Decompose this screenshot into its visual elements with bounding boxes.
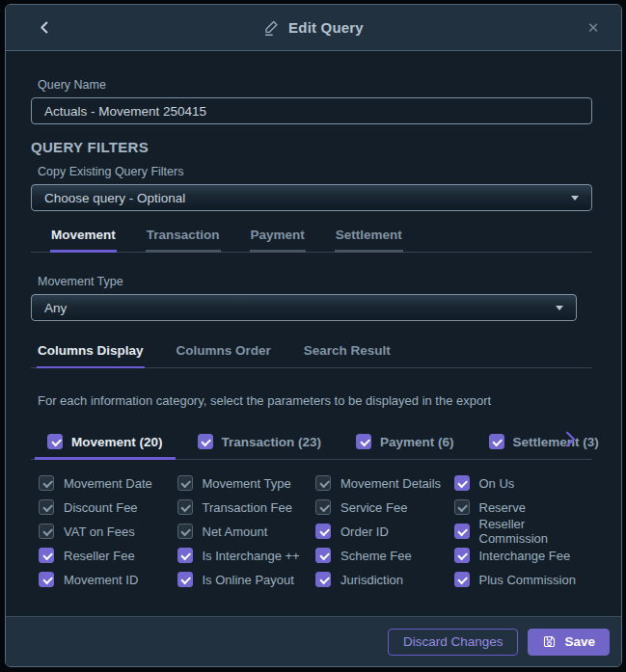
parameter-checkbox-item[interactable]: Transaction Fee (177, 499, 316, 515)
parameter-checkbox[interactable] (315, 524, 331, 539)
parameter-checkbox[interactable] (177, 499, 193, 515)
save-button[interactable]: Save (528, 629, 610, 656)
parameter-checkbox[interactable] (315, 548, 331, 563)
parameter-checkbox[interactable] (39, 475, 54, 491)
floppy-disk-icon (542, 634, 557, 649)
close-icon[interactable]: ✕ (583, 17, 604, 39)
category-checkbox[interactable] (198, 434, 213, 449)
parameter-label: Interchange Fee (479, 549, 571, 563)
save-label: Save (564, 634, 595, 649)
category-checkbox[interactable] (356, 434, 371, 449)
filter-tab-label: Settlement (336, 228, 402, 242)
parameter-label: Plus Commission (479, 573, 576, 587)
parameter-label: Order ID (340, 524, 389, 539)
parameter-checkbox-item[interactable]: Reserve (454, 499, 593, 515)
parameter-checkbox-item[interactable]: Movement Date (39, 475, 177, 491)
parameter-checkbox-item[interactable]: Interchange Fee (454, 548, 593, 563)
parameter-checkbox[interactable] (454, 572, 470, 587)
parameter-checkbox-item[interactable]: Movement ID (39, 572, 177, 587)
parameter-checkbox[interactable] (177, 524, 193, 539)
parameter-checkbox-item[interactable]: Scheme Fee (315, 548, 454, 563)
parameter-checkbox[interactable] (39, 524, 54, 539)
parameter-checkbox-item[interactable]: On Us (454, 475, 593, 491)
filter-tab-label: Payment (251, 228, 305, 242)
parameter-checkbox-item[interactable]: Movement Type (177, 475, 316, 491)
parameter-label: Reseller Fee (64, 549, 135, 563)
chevron-right-icon (564, 431, 577, 447)
edit-query-modal: Edit Query ✕ Query Name QUERY FILTERS Co… (5, 4, 622, 667)
parameters-grid: Movement Date Movement Type Movement Det… (39, 475, 592, 587)
category-label: Payment (6) (380, 435, 454, 449)
filter-category-tabs: Movement Transaction Payment Settlement (31, 228, 592, 253)
parameter-checkbox-item[interactable]: Is Online Payout (177, 572, 316, 587)
parameter-checkbox-item[interactable]: Service Fee (315, 499, 454, 515)
parameter-checkbox[interactable] (315, 475, 331, 491)
parameter-label: Jurisdiction (340, 573, 403, 587)
caret-down-icon (571, 196, 579, 201)
parameter-checkbox[interactable] (39, 499, 54, 515)
columns-view-tab-label: Columns Order (177, 343, 271, 358)
category-checkbox[interactable] (489, 434, 504, 449)
parameter-label: VAT on Fees (64, 524, 135, 539)
parameter-label: Transaction Fee (203, 500, 292, 515)
caret-down-icon (556, 306, 563, 310)
parameter-category-tab[interactable]: Movement (20) (35, 434, 176, 459)
parameter-checkbox-item[interactable]: Discount Fee (39, 499, 177, 515)
parameter-checkbox[interactable] (454, 548, 470, 563)
filter-tab[interactable]: Settlement (335, 228, 403, 252)
parameter-label: Reseller Commission (479, 517, 593, 546)
back-button[interactable] (31, 14, 58, 41)
parameter-label: Is Online Payout (203, 573, 294, 587)
modal-title-wrap: Edit Query (6, 5, 621, 50)
movement-type-select[interactable]: Any (31, 294, 577, 321)
discard-changes-label: Discard Changes (403, 634, 504, 649)
columns-view-tab[interactable]: Columns Display (37, 343, 145, 367)
parameter-checkbox[interactable] (39, 572, 54, 587)
parameter-category-tab[interactable]: Transaction (23) (185, 434, 335, 459)
modal-body: Query Name QUERY FILTERS Copy Existing Q… (6, 51, 621, 616)
parameter-checkbox[interactable] (454, 524, 470, 539)
filter-tab[interactable]: Payment (250, 228, 306, 252)
movement-type-value: Any (44, 301, 67, 315)
parameter-checkbox-item[interactable]: Reseller Fee (39, 548, 177, 563)
copy-filters-value: Choose query - Optional (44, 191, 185, 205)
parameter-checkbox-item[interactable]: Movement Details (315, 475, 454, 491)
parameter-checkbox-item[interactable]: Reseller Commission (454, 524, 593, 539)
filter-tab-label: Movement (51, 228, 116, 242)
parameter-label: Reserve (479, 500, 526, 515)
query-name-input[interactable] (31, 97, 592, 124)
query-filters-heading: QUERY FILTERS (31, 139, 592, 155)
parameter-category-tab[interactable]: Settlement (3) (476, 434, 612, 459)
parameter-checkbox-item[interactable]: Jurisdiction (315, 572, 454, 587)
copy-filters-select[interactable]: Choose query - Optional (31, 184, 592, 211)
parameter-checkbox-item[interactable]: Is Interchange ++ (177, 548, 316, 563)
parameter-checkbox[interactable] (177, 548, 193, 563)
filter-tab[interactable]: Transaction (146, 228, 221, 252)
parameter-checkbox-item[interactable]: VAT on Fees (39, 524, 177, 539)
more-categories-button[interactable] (564, 431, 577, 451)
query-name-label: Query Name (38, 78, 592, 92)
modal-footer: Discard Changes Save (6, 616, 621, 666)
parameter-checkbox[interactable] (315, 572, 331, 587)
discard-changes-button[interactable]: Discard Changes (388, 629, 519, 656)
parameter-checkbox-item[interactable]: Order ID (315, 524, 454, 539)
parameter-label: Discount Fee (64, 500, 138, 515)
copy-filters-label: Copy Existing Query Filters (38, 165, 592, 178)
parameter-label: Movement Type (203, 476, 291, 491)
parameter-checkbox[interactable] (177, 572, 193, 587)
category-label: Settlement (3) (513, 435, 599, 449)
category-checkbox[interactable] (47, 434, 63, 449)
columns-view-tab[interactable]: Columns Order (176, 343, 272, 367)
parameter-checkbox[interactable] (39, 548, 54, 563)
columns-view-tab[interactable]: Search Result (303, 343, 392, 367)
parameter-category-tabs: Movement (20) Transaction (23) Payment (… (31, 434, 592, 460)
parameter-checkbox[interactable] (454, 475, 470, 491)
parameter-checkbox[interactable] (315, 499, 331, 515)
parameter-checkbox-item[interactable]: Plus Commission (454, 572, 593, 587)
parameter-checkbox-item[interactable]: Net Amount (177, 524, 316, 539)
parameter-checkbox[interactable] (177, 475, 193, 491)
parameter-category-tab[interactable]: Payment (6) (343, 434, 467, 459)
parameter-checkbox[interactable] (454, 499, 470, 515)
modal-header: Edit Query ✕ (6, 5, 621, 51)
filter-tab[interactable]: Movement (50, 228, 117, 252)
